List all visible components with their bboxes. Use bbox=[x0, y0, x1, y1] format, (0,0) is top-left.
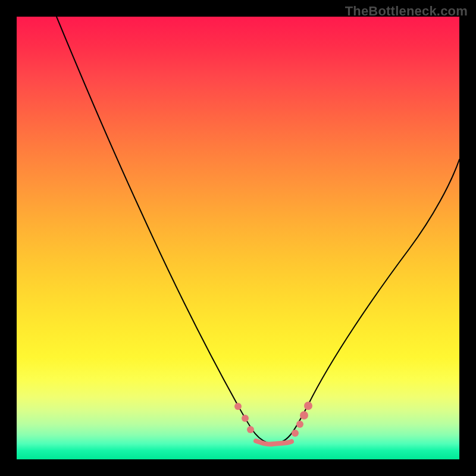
dot-icon bbox=[247, 426, 254, 433]
dot-icon bbox=[234, 403, 242, 410]
dot-icon bbox=[292, 430, 299, 437]
dot-icon bbox=[242, 415, 249, 422]
plot-area bbox=[17, 17, 459, 459]
dot-icon bbox=[300, 411, 308, 419]
curve-path bbox=[57, 17, 459, 444]
chart-frame: TheBottleneck.com bbox=[0, 0, 476, 476]
watermark-text: TheBottleneck.com bbox=[345, 4, 468, 19]
dot-icon bbox=[304, 402, 312, 410]
bottleneck-curve bbox=[17, 17, 459, 459]
dot-icon bbox=[296, 421, 303, 428]
marker-cluster bbox=[234, 402, 312, 444]
flat-segment-icon bbox=[256, 441, 292, 444]
